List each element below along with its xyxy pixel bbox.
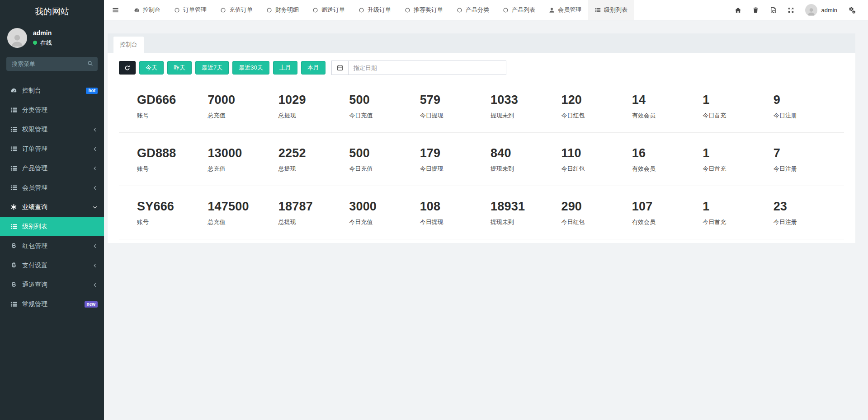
sidebar-item-permission[interactable]: 权限管理 [0, 120, 104, 139]
sidebar-item-performance[interactable]: 业绩查询 [0, 197, 104, 217]
stat-label: 有效会员 [632, 218, 703, 226]
user-menu[interactable]: admin [800, 0, 843, 20]
nav-tab-label: 产品分类 [466, 6, 489, 14]
fullscreen-button[interactable] [782, 0, 800, 20]
gauge-icon [134, 7, 140, 13]
date-input[interactable] [348, 61, 506, 75]
sidebar-menu: 控制台hot分类管理权限管理订单管理产品管理会员管理业绩查询级别列表红包管理支付… [0, 78, 104, 314]
sidebar-item-label: 支付设置 [22, 261, 92, 270]
stat-label: 提现未到 [491, 165, 561, 173]
user-status-label: 在线 [40, 39, 52, 47]
date-picker-group [331, 61, 506, 75]
trash-button[interactable] [747, 0, 764, 20]
sidebar-item-category[interactable]: 分类管理 [0, 100, 104, 120]
new-badge: new [85, 301, 98, 308]
search-input[interactable] [6, 57, 98, 71]
quick-range-last-month-button[interactable]: 上月 [273, 61, 297, 75]
stat-cell: 110今日红包 [561, 146, 632, 173]
bitcoin-icon [10, 243, 17, 249]
quick-range-last-7-days-button[interactable]: 最近7天 [195, 61, 229, 75]
home-button[interactable] [729, 0, 747, 20]
stat-value: 120 [561, 93, 632, 107]
nav-tab-upgrade-order[interactable]: 升级订单 [352, 0, 398, 20]
circle-icon [312, 7, 318, 13]
stat-value: 500 [349, 146, 420, 160]
stat-value: 18787 [278, 200, 349, 214]
stat-value: 1 [703, 93, 773, 107]
stat-cell: 1今日首充 [703, 93, 773, 120]
nav-tab-finance-detail[interactable]: 财务明细 [259, 0, 306, 20]
calendar-addon[interactable] [331, 61, 348, 75]
avatar [7, 28, 27, 48]
sidebar-item-product[interactable]: 产品管理 [0, 159, 104, 178]
trash-icon [752, 7, 759, 14]
nav-tab-console[interactable]: 控制台 [127, 0, 167, 20]
nav-tab-member[interactable]: 会员管理 [542, 0, 588, 20]
stat-cell: 14有效会员 [632, 93, 703, 120]
avatar [805, 4, 817, 16]
circle-icon [174, 7, 180, 13]
stats-rows: GD666账号7000总充值1029总提现500今日充值579今日提现1033提… [119, 79, 844, 239]
stat-cell: 290今日红包 [561, 200, 632, 226]
stat-value: 14 [632, 93, 703, 107]
stat-value: 290 [561, 200, 632, 214]
stat-value: 1029 [278, 93, 349, 107]
stat-label: 账号 [137, 112, 208, 120]
stat-label: 今日红包 [561, 165, 632, 173]
quick-range-yesterday-button[interactable]: 昨天 [167, 61, 192, 75]
sidebar-item-channel[interactable]: 通道查询 [0, 275, 104, 294]
search-icon[interactable] [87, 61, 93, 66]
nav-tab-label: 升级订单 [368, 6, 391, 14]
sidebar-item-level-list[interactable]: 级别列表 [0, 217, 104, 236]
stat-label: 今日注册 [774, 165, 844, 173]
sidebar-toggle-button[interactable] [104, 0, 127, 20]
nav-tab-level-list[interactable]: 级别列表 [588, 0, 634, 20]
circle-icon [405, 7, 410, 13]
refresh-page-button[interactable] [764, 0, 782, 20]
sidebar-item-payment[interactable]: 支付设置 [0, 256, 104, 275]
nav-tab-recharge-order[interactable]: 充值订单 [213, 0, 259, 20]
settings-button[interactable] [843, 0, 861, 20]
home-icon [735, 7, 741, 14]
content-tabstrip: 控制台 [108, 33, 855, 53]
sidebar-item-order[interactable]: 订单管理 [0, 139, 104, 159]
sidebar-item-redpacket[interactable]: 红包管理 [0, 236, 104, 256]
nav-tab-label: 推荐奖订单 [414, 6, 443, 14]
stat-cell: GD666账号 [137, 93, 208, 120]
sidebar-item-console[interactable]: 控制台hot [0, 81, 104, 100]
nav-tab-order[interactable]: 订单管理 [167, 0, 213, 20]
stat-label: 今日首充 [703, 112, 773, 120]
stat-label: 提现未到 [491, 112, 561, 120]
sidebar-item-member[interactable]: 会员管理 [0, 178, 104, 197]
nav-tab-gift-order[interactable]: 赠送订单 [306, 0, 352, 20]
refresh-button[interactable] [119, 61, 136, 75]
quick-range-last-30-days-button[interactable]: 最近30天 [232, 61, 269, 75]
nav-tab-product-category[interactable]: 产品分类 [450, 0, 496, 20]
stat-value: 3000 [349, 200, 420, 214]
stat-label: 总充值 [208, 218, 278, 226]
stat-cell: GD888账号 [137, 146, 208, 173]
refresh-icon [124, 65, 130, 71]
list-icon [10, 145, 17, 152]
nav-tab-product-list[interactable]: 产品列表 [496, 0, 542, 20]
stat-cell: 18931提现未到 [491, 200, 561, 226]
stat-label: 提现未到 [491, 218, 561, 226]
circle-icon [220, 7, 226, 13]
stat-value: 579 [420, 93, 491, 107]
stat-value: 9 [774, 93, 844, 107]
stat-cell: 13000总充值 [208, 146, 278, 173]
quick-range-this-month-button[interactable]: 本月 [301, 61, 326, 75]
stat-value: GD666 [137, 93, 208, 107]
stat-value: 2252 [278, 146, 349, 160]
stat-label: 今日注册 [774, 112, 844, 120]
stat-label: 账号 [137, 165, 208, 173]
stat-label: 有效会员 [632, 165, 703, 173]
content-tab-console[interactable]: 控制台 [113, 37, 144, 53]
stat-cell: 579今日提现 [420, 93, 491, 120]
gauge-icon [10, 87, 17, 94]
quick-range-today-button[interactable]: 今天 [139, 61, 164, 75]
nav-tab-referral-order[interactable]: 推荐奖订单 [398, 0, 450, 20]
sidebar-item-general[interactable]: 常规管理new [0, 294, 104, 314]
stat-row: GD888账号13000总充值2252总提现500今日充值179今日提现840提… [119, 133, 844, 186]
stat-value: 1033 [491, 93, 561, 107]
